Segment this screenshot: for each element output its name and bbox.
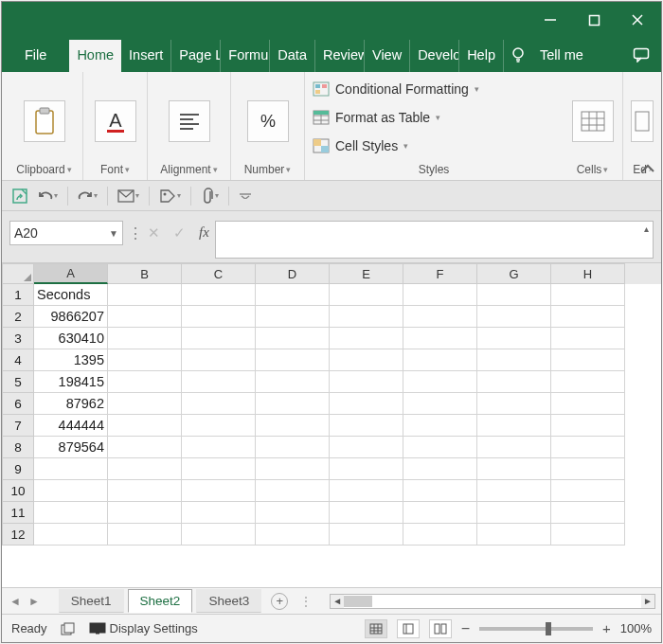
cell[interactable]: [182, 415, 256, 437]
cell[interactable]: [403, 306, 477, 328]
tab-file[interactable]: File: [11, 40, 60, 72]
cell[interactable]: [477, 328, 551, 349]
cell[interactable]: [403, 437, 477, 458]
paste-button[interactable]: [24, 100, 65, 142]
cell[interactable]: [551, 393, 625, 415]
attachment-button[interactable]: ▾: [201, 188, 219, 205]
cell[interactable]: [551, 502, 625, 524]
select-all-corner[interactable]: [2, 263, 34, 284]
sheet-tab-3[interactable]: Sheet3: [196, 589, 261, 613]
cell[interactable]: 1395: [34, 349, 108, 371]
row-header[interactable]: 10: [2, 480, 34, 502]
sheet-tab-1[interactable]: Sheet1: [59, 589, 124, 613]
cell[interactable]: [403, 328, 477, 349]
cell[interactable]: [403, 284, 477, 306]
cell[interactable]: [330, 458, 403, 480]
zoom-slider[interactable]: [479, 627, 593, 631]
cell[interactable]: 198415: [34, 371, 108, 393]
cell[interactable]: [256, 393, 330, 415]
cell[interactable]: [403, 480, 477, 502]
cell[interactable]: [182, 502, 256, 524]
row-header[interactable]: 2: [2, 306, 34, 328]
cell[interactable]: [182, 480, 256, 502]
zoom-out-button[interactable]: −: [461, 620, 470, 637]
cell[interactable]: [330, 349, 403, 371]
cell-styles-button[interactable]: Cell Styles ▾: [313, 134, 555, 157]
cell[interactable]: [403, 349, 477, 371]
redo-button[interactable]: ▾: [78, 189, 98, 203]
cell[interactable]: [403, 371, 477, 393]
cell[interactable]: [477, 284, 551, 306]
cell[interactable]: [330, 306, 403, 328]
tab-insert[interactable]: Insert: [121, 40, 171, 72]
row-header[interactable]: 12: [2, 524, 34, 546]
scroll-thumb[interactable]: [344, 596, 372, 607]
cell[interactable]: [108, 480, 182, 502]
cell[interactable]: [256, 328, 330, 349]
cell[interactable]: [182, 524, 256, 546]
col-header-C[interactable]: C: [182, 263, 256, 284]
tab-page-layout[interactable]: Page La: [171, 40, 221, 72]
cell[interactable]: [330, 393, 403, 415]
cell[interactable]: [330, 502, 403, 524]
cell[interactable]: [551, 328, 625, 349]
horizontal-scrollbar[interactable]: ◄ ►: [330, 594, 655, 609]
cell[interactable]: [182, 328, 256, 349]
add-sheet-button[interactable]: +: [271, 593, 288, 610]
comments-icon[interactable]: [627, 40, 655, 70]
cell[interactable]: [477, 502, 551, 524]
cell[interactable]: [34, 458, 108, 480]
tag-button[interactable]: ▾: [159, 188, 181, 204]
cell[interactable]: [256, 502, 330, 524]
formula-input[interactable]: ▴: [215, 221, 654, 259]
tab-formulas[interactable]: Formul: [221, 40, 270, 72]
cell[interactable]: 9866207: [34, 306, 108, 328]
cell[interactable]: [330, 437, 403, 458]
col-header-A[interactable]: A: [34, 263, 108, 284]
cell[interactable]: [34, 480, 108, 502]
row-header[interactable]: 1: [2, 284, 34, 306]
col-header-B[interactable]: B: [108, 263, 182, 284]
display-settings-button[interactable]: Display Settings: [89, 621, 198, 635]
cell[interactable]: Seconds: [34, 284, 108, 306]
row-header[interactable]: 3: [2, 328, 34, 349]
minimize-button[interactable]: [529, 6, 572, 34]
enter-icon[interactable]: ✓: [173, 224, 186, 242]
format-as-table-button[interactable]: Format as Table ▾: [313, 106, 555, 129]
cell[interactable]: [108, 437, 182, 458]
cell[interactable]: [330, 328, 403, 349]
cell[interactable]: [477, 524, 551, 546]
page-layout-view-button[interactable]: [397, 619, 420, 638]
scroll-right-icon[interactable]: ►: [641, 595, 654, 608]
tab-view[interactable]: View: [365, 40, 410, 72]
cell[interactable]: [108, 328, 182, 349]
cell[interactable]: [551, 415, 625, 437]
cell[interactable]: [108, 524, 182, 546]
fx-icon[interactable]: fx: [199, 224, 209, 241]
scroll-left-icon[interactable]: ◄: [331, 595, 344, 608]
close-button[interactable]: [616, 6, 659, 34]
cell[interactable]: [551, 524, 625, 546]
cell[interactable]: [108, 458, 182, 480]
cell[interactable]: 87962: [34, 393, 108, 415]
number-button[interactable]: %: [247, 100, 289, 142]
normal-view-button[interactable]: [365, 619, 387, 638]
tab-data[interactable]: Data: [270, 40, 315, 72]
sheet-nav-prev[interactable]: ◄: [8, 595, 23, 608]
cell[interactable]: 879564: [34, 437, 108, 458]
cell[interactable]: [182, 306, 256, 328]
row-header[interactable]: 8: [2, 437, 34, 458]
cell[interactable]: [182, 371, 256, 393]
cell[interactable]: [108, 349, 182, 371]
cell[interactable]: [108, 502, 182, 524]
cell[interactable]: [256, 306, 330, 328]
cells-button[interactable]: [572, 100, 614, 142]
customize-qat-button[interactable]: [239, 193, 252, 199]
cell[interactable]: [108, 415, 182, 437]
cell[interactable]: [330, 524, 403, 546]
cell[interactable]: [256, 349, 330, 371]
col-header-E[interactable]: E: [330, 263, 403, 284]
sheet-nav-next[interactable]: ►: [27, 595, 42, 608]
font-button[interactable]: A: [95, 100, 136, 142]
page-break-view-button[interactable]: [429, 619, 452, 638]
